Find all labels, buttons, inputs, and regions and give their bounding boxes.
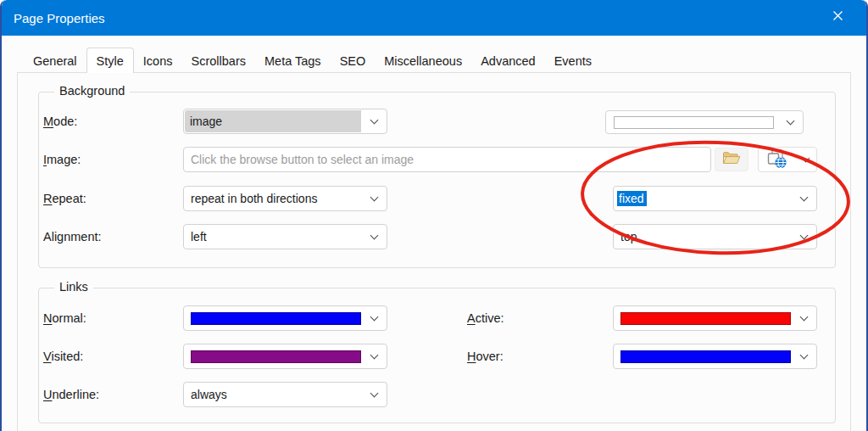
window-title: Page Properties <box>14 11 105 25</box>
tab-advanced[interactable]: Advanced <box>471 49 545 73</box>
normal-link-color-swatch <box>191 312 361 325</box>
repeat-dropdown[interactable]: repeat in both directions <box>183 186 387 211</box>
background-group-title: Background <box>54 84 130 98</box>
links-group-title: Links <box>54 280 93 294</box>
tab-seo[interactable]: SEO <box>331 49 376 73</box>
underline-dropdown[interactable]: always <box>183 382 387 407</box>
titlebar: Page Properties <box>2 0 866 36</box>
visited-link-color-swatch <box>191 350 361 363</box>
tab-style[interactable]: Style <box>86 48 134 73</box>
chevron-down-icon[interactable] <box>791 225 816 249</box>
chevron-down-icon[interactable] <box>791 187 816 210</box>
repeat-label: Repeat: <box>43 186 86 211</box>
image-label: Image: <box>43 147 81 172</box>
hover-link-color-swatch <box>620 350 791 363</box>
chevron-down-icon[interactable] <box>791 344 816 368</box>
attachment-selected-text: fixed <box>617 191 647 206</box>
normal-label: Normal: <box>43 305 86 331</box>
folder-icon <box>722 151 741 168</box>
tab-general[interactable]: General <box>24 49 86 73</box>
attachment-dropdown[interactable]: fixed <box>613 186 817 211</box>
visited-label: Visited: <box>43 344 83 369</box>
tab-meta-tags[interactable]: Meta Tags <box>255 49 331 73</box>
copy-globe-icon <box>759 148 787 171</box>
tab-icons[interactable]: Icons <box>134 49 182 73</box>
image-field-placeholder: Click the browse button to select an ima… <box>184 153 414 166</box>
mode-dropdown[interactable]: image <box>183 109 387 134</box>
active-link-color-dropdown[interactable] <box>613 305 817 331</box>
background-color-dropdown[interactable] <box>605 110 804 134</box>
image-path-field[interactable]: Click the browse button to select an ima… <box>183 147 711 172</box>
chevron-down-icon[interactable] <box>361 306 387 330</box>
tab-miscellaneous[interactable]: Miscellaneous <box>375 49 471 73</box>
mode-selected-value: image <box>185 110 361 132</box>
visited-link-color-dropdown[interactable] <box>183 344 387 369</box>
color-swatch-empty <box>614 116 774 129</box>
chevron-down-icon[interactable] <box>361 109 387 133</box>
chevron-down-icon[interactable] <box>791 306 816 330</box>
chevron-down-icon[interactable] <box>361 187 387 210</box>
hover-link-color-dropdown[interactable] <box>613 344 817 369</box>
close-icon <box>832 9 844 25</box>
tab-events[interactable]: Events <box>545 49 601 73</box>
alignment-dropdown[interactable]: left <box>183 224 387 249</box>
close-button[interactable] <box>824 4 851 30</box>
normal-link-color-dropdown[interactable] <box>183 305 387 331</box>
active-label: Active: <box>467 305 504 331</box>
chevron-down-icon[interactable] <box>777 111 803 133</box>
alignment-label: Alignment: <box>43 224 102 249</box>
browse-image-button[interactable] <box>715 148 748 171</box>
tab-bar: General Style Icons Scrollbars Meta Tags… <box>24 48 601 73</box>
chevron-down-icon[interactable] <box>361 344 387 368</box>
chevron-down-icon[interactable] <box>361 225 387 249</box>
tab-scrollbars[interactable]: Scrollbars <box>182 49 255 73</box>
style-tab-page: Background Mode: image Image: Click the … <box>17 72 851 431</box>
chevron-down-icon[interactable] <box>794 148 816 171</box>
vertical-alignment-dropdown[interactable]: top <box>613 224 817 249</box>
page-properties-dialog: Page Properties General Style Icons Scro… <box>0 0 868 431</box>
underline-label: Underline: <box>43 382 99 407</box>
mode-label: Mode: <box>43 109 77 134</box>
active-link-color-swatch <box>620 312 791 325</box>
hover-label: Hover: <box>467 344 504 369</box>
chevron-down-icon[interactable] <box>361 383 387 406</box>
image-source-split-button[interactable] <box>758 147 817 172</box>
